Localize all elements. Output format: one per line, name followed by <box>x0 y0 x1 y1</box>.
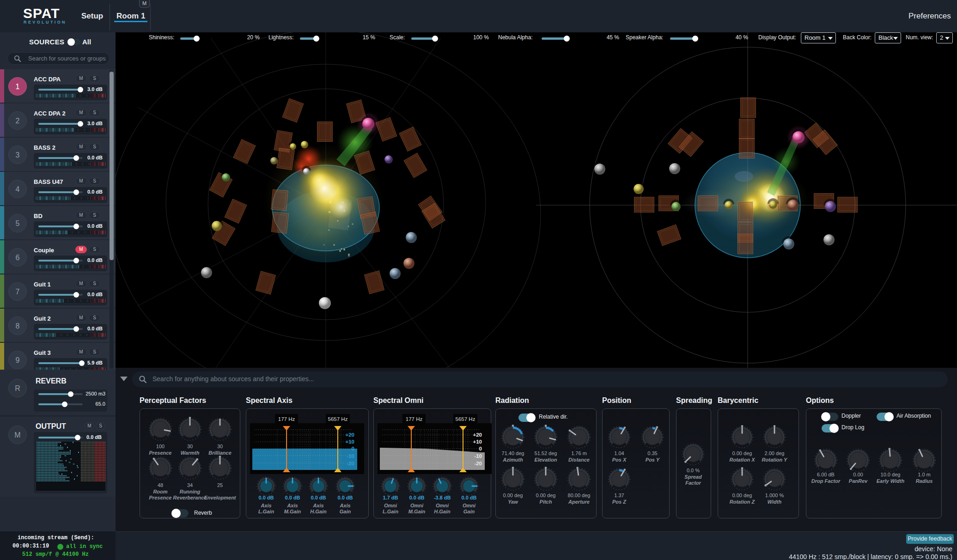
svg-text:-20: -20 <box>474 461 482 466</box>
svg-text:5657 Hz: 5657 Hz <box>328 416 348 422</box>
svg-text:5657 Hz: 5657 Hz <box>456 416 475 422</box>
svg-text:-10: -10 <box>347 453 354 459</box>
svg-text:+20: +20 <box>345 432 354 438</box>
svg-text:177 Hz: 177 Hz <box>278 416 295 422</box>
svg-text:0: 0 <box>352 446 354 451</box>
svg-text:+20: +20 <box>473 432 482 438</box>
svg-text:177 Hz: 177 Hz <box>406 416 423 422</box>
svg-text:0: 0 <box>479 446 482 451</box>
svg-text:+10: +10 <box>473 439 482 444</box>
svg-text:-20: -20 <box>347 461 354 466</box>
svg-text:+10: +10 <box>345 439 354 444</box>
svg-text:-10: -10 <box>474 453 482 459</box>
